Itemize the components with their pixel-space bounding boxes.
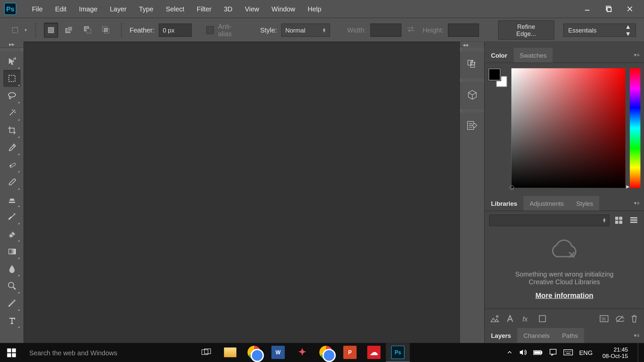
add-graphic-icon[interactable] bbox=[489, 313, 500, 324]
dropdown-icon[interactable]: ▼ bbox=[24, 28, 28, 32]
foreground-color-swatch[interactable] bbox=[488, 68, 501, 81]
blur-tool[interactable] bbox=[3, 260, 20, 277]
options-bar: ▼ Feather: Anti-alias Style: Normal▲▼ Wi… bbox=[0, 18, 644, 42]
panel-grip[interactable] bbox=[460, 78, 484, 82]
history-panel-icon[interactable] bbox=[463, 55, 481, 73]
refine-edge-button[interactable]: Refine Edge... bbox=[498, 20, 554, 40]
volume-icon[interactable] bbox=[519, 349, 527, 357]
grid-view-icon[interactable] bbox=[613, 215, 624, 226]
paths-tab[interactable]: Paths bbox=[556, 328, 584, 343]
marquee-tool[interactable] bbox=[3, 70, 20, 87]
svg-rect-29 bbox=[615, 217, 618, 220]
chrome-icon-2[interactable] bbox=[314, 343, 338, 362]
lasso-tool[interactable] bbox=[3, 87, 20, 104]
collapse-dock-icon[interactable]: ◀◀ bbox=[463, 43, 468, 47]
panel-grip[interactable] bbox=[0, 48, 23, 52]
properties-panel-icon[interactable] bbox=[463, 117, 481, 134]
menu-filter[interactable]: Filter bbox=[191, 2, 218, 15]
word-icon[interactable]: W bbox=[266, 343, 290, 362]
stock-icon[interactable]: St bbox=[599, 313, 609, 324]
feather-input[interactable] bbox=[159, 23, 192, 37]
panel-grip[interactable] bbox=[460, 109, 484, 113]
move-tool[interactable] bbox=[3, 53, 20, 69]
style-select[interactable]: Normal▲▼ bbox=[281, 23, 330, 37]
photoshop-taskbar-icon[interactable]: Ps bbox=[386, 343, 410, 362]
taskbar-search[interactable]: Search the web and Windows bbox=[23, 343, 192, 362]
windows-taskbar: Search the web and Windows W ✦ P ☁ Ps EN… bbox=[0, 343, 644, 362]
library-select[interactable]: ▲▼ bbox=[489, 215, 609, 226]
close-button[interactable] bbox=[619, 0, 640, 18]
expand-tools-icon[interactable]: ▶▶ bbox=[0, 42, 23, 48]
taskbar-clock[interactable]: 21:45 08-Oct-15 bbox=[599, 346, 632, 360]
zoom-tool[interactable] bbox=[3, 278, 20, 294]
history-brush-tool[interactable] bbox=[3, 208, 20, 225]
menu-edit[interactable]: Edit bbox=[49, 2, 73, 15]
task-view-icon[interactable] bbox=[194, 343, 218, 362]
channels-tab[interactable]: Channels bbox=[517, 328, 556, 343]
healing-brush-tool[interactable] bbox=[3, 157, 20, 173]
tool-preset-icon[interactable] bbox=[8, 22, 22, 38]
minimize-button[interactable] bbox=[577, 0, 598, 18]
menu-view[interactable]: View bbox=[238, 2, 265, 15]
color-field[interactable] bbox=[512, 68, 626, 188]
layers-tab[interactable]: Layers bbox=[485, 328, 517, 343]
panel-menu-icon[interactable]: ▾≡ bbox=[630, 52, 644, 58]
add-character-style-icon[interactable] bbox=[505, 313, 516, 324]
type-tool[interactable] bbox=[3, 312, 20, 329]
pen-tool[interactable] bbox=[3, 295, 20, 311]
tray-chevron-icon[interactable] bbox=[506, 349, 513, 356]
brush-tool[interactable] bbox=[3, 174, 20, 190]
menu-help[interactable]: Help bbox=[302, 2, 328, 15]
clone-stamp-tool[interactable] bbox=[3, 191, 20, 208]
3d-panel-icon[interactable] bbox=[463, 86, 481, 104]
system-tray: ENG 21:45 08-Oct-15 bbox=[504, 343, 644, 362]
menu-image[interactable]: Image bbox=[73, 2, 104, 15]
app-icon[interactable]: ✦ bbox=[290, 343, 314, 362]
menu-file[interactable]: File bbox=[26, 2, 49, 15]
maximize-button[interactable] bbox=[598, 0, 619, 18]
styles-tab[interactable]: Styles bbox=[570, 196, 599, 210]
add-layer-style-icon[interactable]: fx bbox=[521, 313, 532, 324]
notifications-icon[interactable] bbox=[549, 348, 557, 358]
add-color-icon[interactable] bbox=[537, 313, 548, 324]
list-view-icon[interactable] bbox=[628, 215, 639, 226]
adjustments-tab[interactable]: Adjustments bbox=[523, 196, 570, 210]
keyboard-icon[interactable] bbox=[563, 349, 573, 357]
battery-icon[interactable] bbox=[533, 349, 543, 356]
language-indicator[interactable]: ENG bbox=[579, 349, 593, 356]
workspace-select[interactable]: Essentials▲▼ bbox=[564, 23, 636, 37]
swatches-tab[interactable]: Swatches bbox=[514, 48, 553, 63]
foreground-background-swatch[interactable] bbox=[488, 68, 507, 87]
trash-icon[interactable] bbox=[629, 313, 640, 324]
sync-icon[interactable] bbox=[614, 313, 625, 324]
gradient-tool[interactable] bbox=[3, 243, 20, 260]
libraries-tab[interactable]: Libraries bbox=[485, 196, 523, 210]
intersect-selection-icon[interactable] bbox=[99, 22, 113, 38]
chrome-icon[interactable] bbox=[242, 343, 266, 362]
new-selection-icon[interactable] bbox=[44, 22, 58, 38]
panel-menu-icon[interactable]: ▾≡ bbox=[630, 333, 644, 338]
panel-grip[interactable] bbox=[460, 48, 484, 52]
canvas-area[interactable] bbox=[24, 42, 459, 343]
eraser-tool[interactable] bbox=[3, 226, 20, 242]
menu-layer[interactable]: Layer bbox=[104, 2, 133, 15]
eyedropper-tool[interactable] bbox=[3, 139, 20, 156]
add-selection-icon[interactable] bbox=[62, 22, 76, 38]
menu-window[interactable]: Window bbox=[265, 2, 302, 15]
subtract-selection-icon[interactable] bbox=[81, 22, 95, 38]
menu-type[interactable]: Type bbox=[133, 2, 160, 15]
magic-wand-tool[interactable] bbox=[3, 105, 20, 121]
powerpoint-icon[interactable]: P bbox=[338, 343, 362, 362]
more-information-link[interactable]: More information bbox=[535, 291, 593, 299]
crop-tool[interactable] bbox=[3, 122, 20, 139]
hue-slider[interactable]: ▶ bbox=[630, 68, 641, 188]
color-tab[interactable]: Color bbox=[485, 48, 513, 63]
start-button[interactable] bbox=[0, 343, 23, 362]
menu-select[interactable]: Select bbox=[160, 2, 191, 15]
show-desktop-button[interactable] bbox=[638, 343, 641, 362]
menu-3d[interactable]: 3D bbox=[218, 2, 238, 15]
svg-point-18 bbox=[8, 93, 15, 97]
file-explorer-icon[interactable] bbox=[218, 343, 242, 362]
panel-menu-icon[interactable]: ▾≡ bbox=[630, 200, 644, 206]
creative-cloud-icon[interactable]: ☁ bbox=[362, 343, 386, 362]
